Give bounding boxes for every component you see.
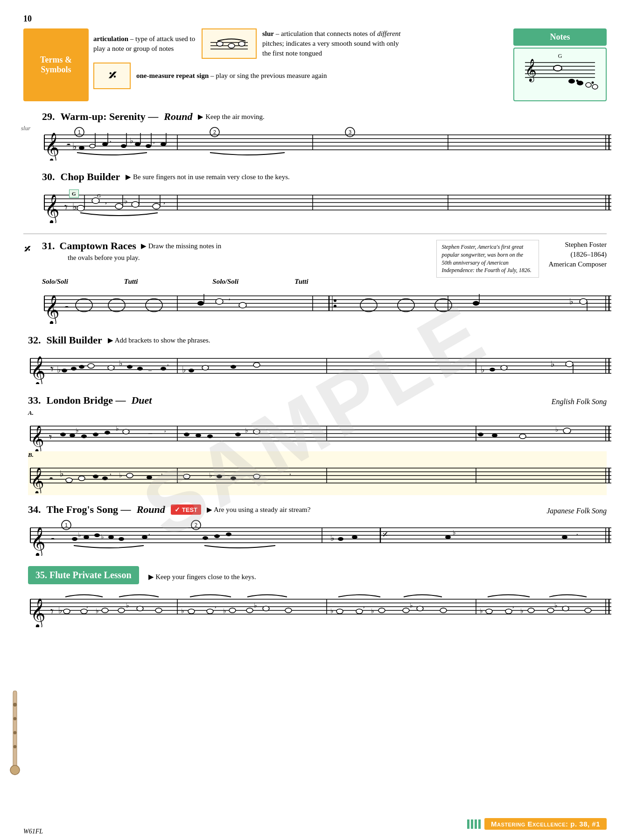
svg-point-274 [155, 608, 162, 613]
svg-point-203 [93, 475, 98, 478]
svg-point-245 [352, 535, 357, 539]
svg-point-144 [231, 365, 236, 369]
svg-point-131 [71, 367, 77, 371]
svg-point-136 [127, 365, 133, 369]
exercise-35-staff: 𝄞 𝄾 ♭ , ♭ ♭ [28, 590, 607, 629]
svg-text:♭: ♭ [116, 425, 119, 432]
svg-point-133 [88, 364, 94, 368]
svg-point-307 [13, 703, 17, 707]
svg-point-105 [216, 299, 223, 304]
exercise-31-header-row: 31. Camptown Races Draw the missing note… [42, 240, 607, 278]
svg-point-54 [161, 142, 166, 146]
exercise-34-staff: 𝄞 𝄼 1 2 ♭ ♭ [28, 518, 607, 558]
svg-text:♭: ♭ [481, 365, 484, 374]
exercise-31-right: Stephen Foster, America's first great po… [436, 240, 607, 278]
svg-point-244 [338, 537, 343, 541]
svg-point-270 [102, 608, 108, 613]
exercise-34-title: The Frog's Song — [47, 504, 131, 516]
svg-point-132 [79, 365, 84, 369]
svg-text:𝄎: 𝄎 [383, 529, 388, 540]
svg-text:G: G [97, 193, 101, 198]
exercise-34-composer: Japanese Folk Song [546, 507, 607, 515]
svg-point-266 [63, 609, 70, 614]
svg-point-277 [207, 609, 213, 614]
exercise-30: 30. Chop Builder Be sure fingers not in … [23, 171, 607, 225]
notes-header: Notes [513, 28, 607, 46]
svg-point-287 [356, 609, 363, 614]
svg-point-276 [188, 609, 195, 614]
svg-point-100 [76, 299, 92, 312]
svg-point-234 [94, 533, 100, 537]
svg-point-290 [378, 608, 385, 613]
svg-text:♭: ♭ [126, 602, 129, 609]
svg-text:𝄾: 𝄾 [64, 205, 68, 210]
exercise-35: 35. Flute Private Lesson Keep your finge… [23, 566, 607, 629]
solo-tutti-labels: Solo/Soli Tutti Solo/Soli Tutti [42, 278, 607, 286]
svg-point-103 [197, 301, 204, 306]
page-number: 10 [23, 14, 607, 24]
svg-point-46 [121, 144, 126, 148]
svg-point-148 [501, 365, 507, 370]
svg-text:♭: ♭ [554, 602, 558, 609]
terms-label: Terms & Symbols [40, 55, 72, 75]
svg-text:𝄞: 𝄞 [30, 356, 46, 384]
svg-point-309 [14, 731, 17, 735]
exercise-33-header-row: 33. London Bridge — Duet English Folk So… [28, 394, 607, 409]
svg-text:♭: ♭ [245, 427, 248, 434]
svg-point-250 [562, 535, 567, 539]
svg-point-186 [563, 428, 571, 434]
svg-point-248 [445, 535, 451, 539]
svg-point-180 [253, 429, 260, 434]
svg-text:♭: ♭ [555, 426, 559, 433]
test-badge[interactable]: ✓ TEST [171, 504, 201, 515]
svg-text:𝄾: 𝄾 [50, 609, 54, 614]
svg-point-175 [184, 433, 189, 436]
exercise-30-instruction: Be sure fingers not in use remain very c… [126, 173, 290, 181]
svg-point-213 [231, 476, 236, 480]
svg-point-280 [229, 608, 236, 613]
svg-point-214 [253, 474, 260, 479]
exercise-35-instruction: Keep your fingers close to the keys. [148, 573, 256, 581]
svg-point-166 [70, 434, 75, 437]
svg-text:,: , [164, 426, 166, 433]
label-tutti-1: Tutti [124, 278, 138, 286]
svg-point-308 [14, 717, 17, 721]
page-code: W61FL [23, 828, 43, 835]
svg-text:,: , [167, 360, 169, 367]
svg-point-286 [336, 609, 343, 614]
svg-text:𝄞: 𝄞 [44, 133, 60, 161]
svg-text:,: , [148, 529, 150, 536]
exercise-33-title: London Bridge — [47, 394, 126, 406]
svg-point-16 [586, 83, 591, 87]
svg-point-204 [102, 476, 108, 480]
svg-text:,: , [215, 602, 217, 609]
svg-text:♭: ♭ [453, 529, 456, 536]
private-lesson-header: 35. Flute Private Lesson [28, 566, 139, 584]
stripe-2 [471, 819, 473, 829]
svg-text:♭: ♭ [78, 532, 81, 539]
test-check-icon: ✓ [175, 506, 180, 513]
svg-point-134 [108, 365, 114, 370]
exercise-30-notation: 𝄞 𝄾 ♭ G , [42, 186, 616, 223]
svg-text:,: , [163, 197, 165, 205]
svg-point-150 [566, 361, 573, 367]
exercise-29-header: 29. Warm-up: Serenity — Round Keep the a… [42, 111, 607, 123]
svg-point-111 [473, 301, 479, 306]
svg-point-304 [585, 608, 591, 613]
camptown-bio-box: Stephen Foster, America's first great po… [436, 240, 539, 278]
svg-text:♭: ♭ [58, 606, 62, 615]
part-a-label: A. [28, 409, 607, 417]
exercise-29-notation: 𝄞 𝄼 1 2 [42, 126, 616, 161]
notes-panel: Notes G 𝄞 [513, 28, 607, 101]
svg-text:,: , [110, 469, 112, 476]
svg-point-13 [553, 65, 562, 71]
exercise-29-subtitle: Round [164, 111, 192, 123]
svg-point-208 [147, 476, 152, 479]
stripe-1 [467, 819, 469, 829]
svg-text:,: , [576, 529, 578, 536]
stripe-4 [478, 819, 481, 829]
svg-text:,: , [110, 136, 112, 143]
exercise-31-header: 31. Camptown Races Draw the missing note… [42, 240, 221, 262]
svg-text:1: 1 [78, 129, 81, 135]
svg-point-137 [137, 367, 143, 371]
